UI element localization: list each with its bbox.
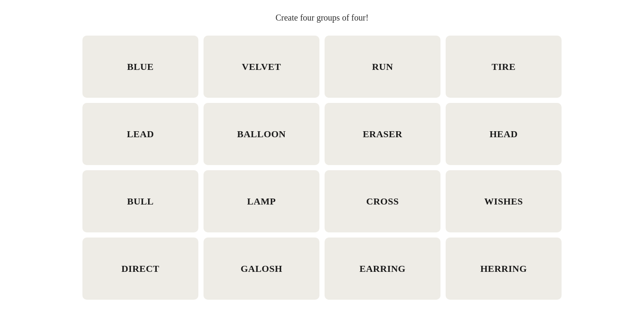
tile-label-eraser: ERASER [363, 129, 402, 140]
tile-label-velvet: VELVET [242, 61, 281, 72]
game-grid: BLUEVELVETRUNTIRELEADBALLOONERASERHEADBU… [82, 36, 562, 300]
tile-label-balloon: BALLOON [237, 129, 286, 140]
tile-label-lead: LEAD [127, 129, 154, 140]
tile-label-herring: HERRING [480, 263, 527, 274]
tile-herring[interactable]: HERRING [446, 238, 562, 300]
tile-bull[interactable]: BULL [82, 170, 198, 232]
tile-label-lamp: LAMP [247, 196, 276, 207]
tile-blue[interactable]: BLUE [82, 36, 198, 98]
tile-label-blue: BLUE [127, 61, 154, 72]
tile-earring[interactable]: EARRING [325, 238, 440, 300]
tile-label-earring: EARRING [359, 263, 405, 274]
tile-lead[interactable]: LEAD [82, 103, 198, 165]
tile-direct[interactable]: DIRECT [82, 238, 198, 300]
tile-tire[interactable]: TIRE [446, 36, 562, 98]
tile-label-head: HEAD [489, 129, 518, 140]
subtitle: Create four groups of four! [276, 13, 369, 23]
tile-galosh[interactable]: GALOSH [204, 238, 319, 300]
tile-label-cross: CROSS [366, 196, 399, 207]
tile-run[interactable]: RUN [325, 36, 440, 98]
tile-label-direct: DIRECT [122, 263, 160, 274]
tile-label-run: RUN [372, 61, 393, 72]
tile-label-tire: TIRE [492, 61, 516, 72]
tile-wishes[interactable]: WISHES [446, 170, 562, 232]
tile-balloon[interactable]: BALLOON [204, 103, 319, 165]
tile-velvet[interactable]: VELVET [204, 36, 319, 98]
tile-label-bull: BULL [127, 196, 154, 207]
tile-label-galosh: GALOSH [240, 263, 282, 274]
tile-head[interactable]: HEAD [446, 103, 562, 165]
tile-eraser[interactable]: ERASER [325, 103, 440, 165]
tile-lamp[interactable]: LAMP [204, 170, 319, 232]
tile-cross[interactable]: CROSS [325, 170, 440, 232]
tile-label-wishes: WISHES [484, 196, 523, 207]
